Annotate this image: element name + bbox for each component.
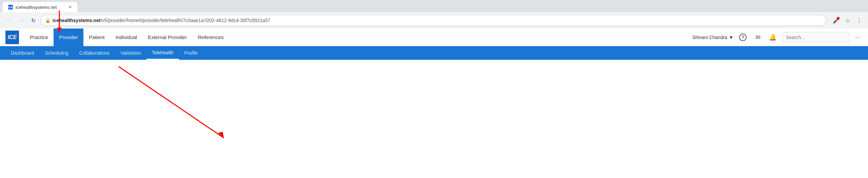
user-dropdown-icon: ▼	[729, 35, 733, 40]
app-nav-right: Shivani Chandra ▼ ? ✉ 🔔 ⋯	[692, 32, 863, 43]
svg-line-2	[119, 67, 224, 138]
url-domain: icehealthsystems.net	[53, 18, 101, 23]
address-bar[interactable]: 🔒 icehealthsystems.net/v5/provider/home#…	[41, 15, 826, 26]
tab-close-button[interactable]: ✕	[68, 5, 72, 10]
more-icon: ⋮	[856, 17, 862, 24]
bell-icon: 🔔	[769, 34, 776, 41]
help-button[interactable]: ?	[737, 32, 748, 43]
app-navigation: ICE Practice Provider Patient Individual…	[0, 29, 868, 46]
tab-favicon: ICE	[8, 5, 13, 10]
reload-icon: ↻	[31, 17, 36, 24]
subnav-collaborations[interactable]: Collaborations	[74, 46, 115, 60]
nav-item-external-provider[interactable]: External Provider	[142, 29, 192, 46]
email-icon: ✉	[755, 34, 761, 41]
user-name-text: Shivani Chandra	[692, 35, 728, 40]
app-more-button[interactable]: ⋯	[853, 33, 863, 42]
subnav-telehealth[interactable]: Telehealth	[146, 46, 179, 60]
app-logo: ICE	[5, 31, 19, 44]
main-content	[0, 60, 868, 178]
url-path: /v5/provider/home#/provider/telehealth/7…	[101, 18, 270, 23]
nav-item-patient[interactable]: Patient	[83, 29, 110, 46]
url-display: icehealthsystems.net/v5/provider/home#/p…	[53, 18, 822, 23]
app-nav-items: Practice Provider Patient Individual Ext…	[24, 29, 692, 46]
search-input[interactable]	[782, 32, 849, 43]
help-icon: ?	[739, 34, 747, 41]
forward-icon: →	[18, 17, 24, 23]
user-menu[interactable]: Shivani Chandra ▼	[692, 35, 733, 40]
tab-bar: ICE icehealthsystems.net ✕	[0, 0, 868, 12]
nav-item-individual[interactable]: Individual	[110, 29, 142, 46]
subnav-profile[interactable]: Profile	[179, 46, 203, 60]
browser-tab[interactable]: ICE icehealthsystems.net ✕	[3, 2, 77, 12]
svg-marker-3	[218, 132, 224, 138]
lock-icon: 🔒	[45, 18, 51, 23]
email-button[interactable]: ✉	[752, 32, 763, 43]
address-bar-actions: 🎤 ☆ ⋮	[831, 16, 864, 25]
star-icon: ☆	[845, 17, 850, 24]
bookmark-button[interactable]: ☆	[843, 16, 852, 25]
subnav-dashboard[interactable]: Dashboard	[5, 46, 40, 60]
notifications-button[interactable]: 🔔	[767, 32, 778, 43]
browser-menu-button[interactable]: ⋮	[854, 16, 864, 25]
tab-title: icehealthsystems.net	[16, 5, 57, 10]
forward-button[interactable]: →	[16, 16, 26, 25]
subnav-scheduling[interactable]: Scheduling	[40, 46, 74, 60]
mic-button[interactable]: 🎤	[831, 16, 841, 25]
back-icon: ←	[6, 17, 12, 23]
back-button[interactable]: ←	[4, 16, 14, 25]
subnav-validation[interactable]: Validation	[115, 46, 146, 60]
nav-item-references[interactable]: References	[192, 29, 229, 46]
browser-chrome: ICE icehealthsystems.net ✕ ← → ↻ 🔒 icehe…	[0, 0, 868, 29]
address-bar-row: ← → ↻ 🔒 icehealthsystems.net/v5/provider…	[0, 12, 868, 29]
nav-item-practice[interactable]: Practice	[24, 29, 54, 46]
sub-navigation: Dashboard Scheduling Collaborations Vali…	[0, 46, 868, 60]
nav-item-provider[interactable]: Provider	[54, 29, 83, 46]
app-more-icon: ⋯	[855, 34, 861, 40]
reload-button[interactable]: ↻	[28, 16, 38, 25]
mic-badge	[837, 17, 840, 20]
